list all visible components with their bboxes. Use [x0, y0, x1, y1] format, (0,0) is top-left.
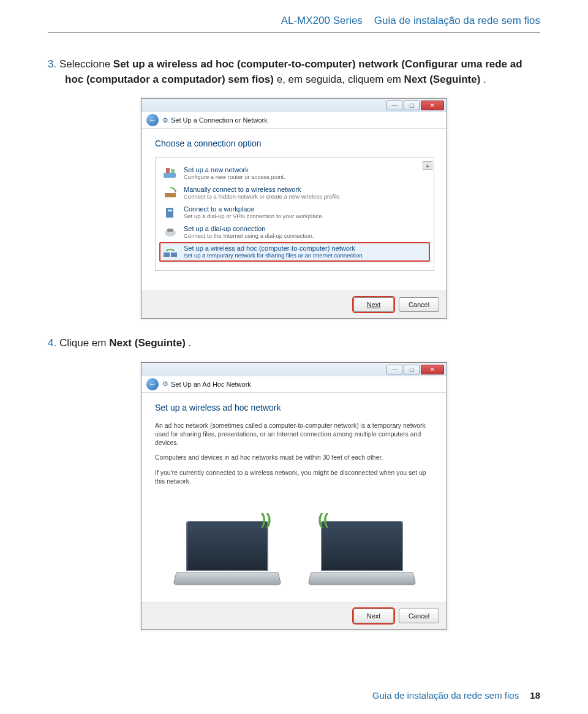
page: AL-MX200 Series Guia de instalação da re…: [0, 0, 588, 714]
router-icon: [162, 166, 179, 181]
wireless-icon: [162, 186, 179, 200]
close-icon[interactable]: ✕: [421, 365, 444, 374]
next-button[interactable]: Next: [353, 297, 394, 312]
header-rule: [48, 32, 540, 32]
back-arrow-icon[interactable]: ←: [146, 114, 159, 126]
option-adhoc-network[interactable]: Set up a wireless ad hoc (computer-to-co…: [159, 242, 430, 262]
option-manual-wireless[interactable]: Manually connect to a wireless network C…: [159, 183, 430, 203]
close-icon[interactable]: ✕: [421, 101, 444, 110]
cancel-button-label: Cancel: [409, 612, 429, 620]
step-3-pre: Seleccione: [59, 58, 113, 70]
option-desc: Set up a temporary network for sharing f…: [184, 252, 364, 259]
step-4: 4. Clique em Next (Seguinte) .: [48, 336, 540, 351]
option-title: Connect to a workplace: [184, 205, 323, 213]
header-series: AL-MX200 Series: [281, 15, 363, 26]
option-connect-workplace[interactable]: Connect to a workplace Set up a dial-up …: [159, 203, 430, 222]
adhoc-illustration: )) ((: [155, 490, 434, 594]
step-4-number: 4.: [48, 337, 56, 349]
dialog2-title: Set Up an Ad Hoc Network: [171, 381, 251, 388]
svg-rect-6: [170, 210, 172, 211]
step-3-mid: e, em seguida, cliquem em: [277, 74, 404, 85]
option-title: Manually connect to a wireless network: [184, 186, 341, 193]
adhoc-icon: [162, 245, 179, 259]
footer-page-number: 18: [530, 690, 540, 701]
dialog2-titlebar: — ▢ ✕: [141, 363, 447, 376]
wireless-wave-icon: ((: [318, 510, 328, 529]
svg-rect-4: [166, 208, 173, 218]
step-4-post: .: [189, 337, 192, 349]
dialog2-footer: Next Cancel: [141, 602, 447, 629]
option-desc: Connect to the Internet using a dial-up …: [184, 232, 314, 239]
dialog2-paragraph-3: If you're currently connected to a wirel…: [155, 468, 434, 485]
cancel-button[interactable]: Cancel: [399, 609, 439, 623]
next-button-label: Next: [367, 612, 381, 620]
next-button[interactable]: Next: [353, 609, 394, 623]
wizard-icon: ⚙: [162, 116, 168, 124]
dialog2-paragraph-1: An ad hoc network (sometimes called a co…: [155, 421, 434, 447]
laptop-left: )): [172, 521, 282, 594]
scroll-up-icon[interactable]: ▲: [423, 161, 432, 170]
connection-option-list: ▲ Set up a new network Configure a new r…: [155, 157, 434, 271]
next-button-label: Next: [367, 301, 381, 308]
option-dialup[interactable]: Set up a dial-up connection Connect to t…: [159, 222, 430, 242]
dialog-setup-adhoc: — ▢ ✕ ← ⚙ Set Up an Ad Hoc Network Set u…: [141, 362, 447, 630]
back-arrow-icon[interactable]: ←: [146, 378, 159, 390]
option-title: Set up a new network: [184, 166, 285, 173]
option-title: Set up a dial-up connection: [184, 225, 314, 232]
dialog1-breadcrumb: ← ⚙ Set Up a Connection or Network: [141, 112, 447, 129]
svg-rect-8: [167, 229, 173, 232]
header-doc-title: Guia de instalação da rede sem fios: [374, 15, 540, 26]
dialog2-paragraph-2: Computers and devices in ad hoc networks…: [155, 453, 434, 461]
dialog2-heading: Set up a wireless ad hoc network: [155, 403, 434, 412]
svg-rect-0: [164, 173, 176, 178]
maximize-icon[interactable]: ▢: [404, 365, 420, 374]
step-3-post: .: [483, 74, 486, 85]
step-3-bold-next: Next (Seguinte): [404, 74, 481, 85]
footer-text: Guia de instalação da rede sem fios: [372, 690, 519, 701]
svg-rect-1: [166, 168, 170, 173]
svg-rect-3: [165, 193, 176, 197]
svg-rect-10: [171, 253, 177, 257]
maximize-icon[interactable]: ▢: [404, 101, 420, 110]
option-title: Set up a wireless ad hoc (computer-to-co…: [184, 245, 364, 252]
step-4-pre: Clique em: [59, 337, 109, 349]
option-new-network[interactable]: Set up a new network Configure a new rou…: [159, 164, 430, 183]
minimize-icon[interactable]: —: [386, 101, 402, 110]
svg-rect-9: [164, 253, 170, 257]
svg-rect-2: [171, 169, 175, 173]
dialog1-titlebar: — ▢ ✕: [141, 99, 447, 112]
page-footer: Guia de instalação da rede sem fios 18: [372, 690, 540, 701]
cancel-button[interactable]: Cancel: [399, 297, 439, 312]
minimize-icon[interactable]: —: [386, 365, 402, 374]
phone-icon: [162, 225, 179, 240]
wireless-wave-icon: )): [261, 510, 271, 529]
building-icon: [162, 205, 179, 220]
dialog2-breadcrumb: ← ⚙ Set Up an Ad Hoc Network: [141, 376, 447, 393]
svg-rect-5: [168, 210, 170, 211]
step-3: 3. Seleccione Set up a wireless ad hoc (…: [48, 57, 540, 87]
step-3-number: 3.: [48, 58, 56, 70]
cancel-button-label: Cancel: [409, 301, 429, 308]
dialog1-heading: Choose a connection option: [155, 139, 434, 148]
option-desc: Configure a new router or access point.: [184, 173, 285, 180]
page-header: AL-MX200 Series Guia de instalação da re…: [48, 15, 540, 27]
step-4-bold-next: Next (Seguinte): [109, 337, 186, 349]
option-desc: Set up a dial-up or VPN connection to yo…: [184, 213, 323, 219]
dialog1-title: Set Up a Connection or Network: [171, 116, 268, 124]
dialog1-footer: Next Cancel: [141, 291, 447, 318]
laptop-right: ((: [307, 521, 417, 594]
option-desc: Connect to a hidden network or create a …: [184, 193, 341, 200]
dialog-setup-connection: — ▢ ✕ ← ⚙ Set Up a Connection or Network…: [141, 98, 447, 319]
adhoc-wizard-icon: ⚙: [162, 380, 168, 388]
